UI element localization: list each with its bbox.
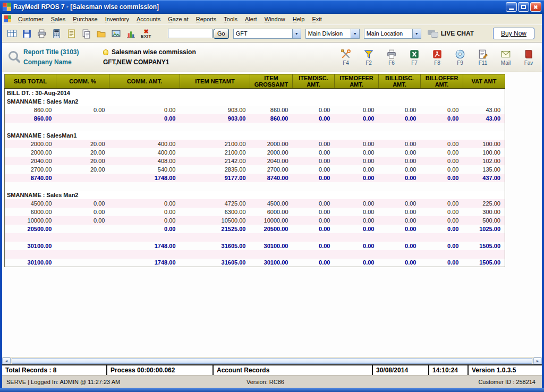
print-button[interactable]: F6 — [384, 49, 400, 66]
scroll-right-button[interactable]: ► — [533, 357, 542, 364]
title-bar[interactable]: RayMedi RPOS 7 - [Salesman wise commissi… — [0, 0, 544, 14]
tools-icon — [341, 49, 351, 59]
menu-item-gaze-at[interactable]: Gaze at — [164, 15, 192, 23]
cell: 0.00 — [379, 165, 421, 174]
copy-icon[interactable] — [80, 27, 92, 40]
excel-button[interactable]: F7 — [406, 49, 422, 66]
chat-bubble-icon — [428, 30, 438, 38]
menu-item-inventory[interactable]: Inventory — [101, 15, 133, 23]
cell: 0.00 — [109, 208, 180, 216]
column-header: ITEMOFFER AMT. — [335, 74, 379, 89]
print-icon — [386, 49, 397, 59]
dropdown-value: Main Division — [306, 30, 351, 37]
cell: 20500.00 — [5, 225, 56, 233]
cell: 540.00 — [109, 165, 180, 174]
cell: 0.00 — [379, 157, 421, 165]
table-row[interactable]: 2000.0020.00400.002100.002000.000.000.00… — [5, 148, 505, 157]
notes-icon[interactable] — [65, 27, 78, 40]
cell: 0.00 — [335, 165, 379, 174]
app-icon — [3, 3, 11, 11]
tools-button[interactable]: F4 — [338, 49, 354, 66]
image-icon[interactable] — [109, 27, 122, 40]
restore-button[interactable] — [518, 2, 529, 12]
cell: 400.00 — [109, 140, 180, 148]
menu-item-window[interactable]: Window — [261, 15, 289, 23]
calculator-icon[interactable] — [50, 27, 63, 40]
live-chat-button[interactable]: LIVE CHAT — [428, 30, 474, 38]
menu-item-tools[interactable]: Tools — [220, 15, 241, 23]
table-row[interactable]: 6000.000.000.006300.006000.000.000.000.0… — [5, 208, 505, 216]
save-icon[interactable] — [20, 27, 33, 40]
cell: 0.00 — [293, 157, 335, 165]
company-name-label: Company Name — [23, 58, 103, 66]
cell: 2700.00 — [5, 165, 56, 174]
cell: 0.00 — [293, 208, 335, 216]
division-dropdown[interactable]: Main Division▼ — [305, 29, 360, 39]
buy-now-button[interactable]: Buy Now — [493, 28, 534, 39]
spacer-row — [5, 123, 505, 131]
tool-fkey-label: F11 — [479, 60, 488, 66]
cell: 0.00 — [293, 165, 335, 174]
cell: 10500.00 — [180, 216, 250, 225]
column-header: COMM. AMT. — [109, 74, 180, 89]
exit-button[interactable]: ✖ EXIT — [138, 26, 154, 41]
table-row[interactable]: 4500.000.000.004725.004500.000.000.000.0… — [5, 199, 505, 208]
bulb-icon — [103, 49, 108, 55]
table-row[interactable]: 2040.0020.00408.002142.002040.000.000.00… — [5, 157, 505, 165]
cell: 0.00 — [56, 106, 109, 114]
menu-item-reports[interactable]: Reports — [192, 15, 220, 23]
cell: 0.00 — [379, 242, 421, 250]
company-dropdown[interactable]: GFT▼ — [233, 29, 301, 39]
folder-icon[interactable] — [95, 27, 107, 40]
fav-button[interactable]: Fav — [521, 49, 537, 66]
menu-item-help[interactable]: Help — [289, 15, 309, 23]
dropdown-value: Main Location — [364, 30, 412, 37]
search-input[interactable] — [168, 29, 212, 38]
table-row[interactable]: 10000.000.000.0010500.0010000.000.000.00… — [5, 216, 505, 225]
cell: 0.00 — [421, 106, 463, 114]
filter-button[interactable]: F2 — [361, 49, 377, 66]
total-records: Total Records : 8 — [2, 365, 107, 375]
table-row[interactable]: 2000.0020.00400.002100.002000.000.000.00… — [5, 140, 505, 148]
cell: 0.00 — [109, 199, 180, 208]
menu-item-purchase[interactable]: Purchase — [69, 15, 101, 23]
cell: 1748.00 — [109, 259, 180, 267]
menu-item-exit[interactable]: Exit — [308, 15, 325, 23]
cell: 0.00 — [335, 140, 379, 148]
spacer-cell — [5, 182, 505, 191]
table-row[interactable]: 2700.0020.00540.002835.002700.000.000.00… — [5, 165, 505, 174]
cell: 2100.00 — [180, 140, 250, 148]
menu-item-sales[interactable]: Sales — [47, 15, 70, 23]
cell: 0.00 — [293, 199, 335, 208]
menu-item-alert[interactable]: Alert — [241, 15, 261, 23]
scrollbar-thumb[interactable] — [12, 358, 532, 364]
release-version: Version: RC86 — [246, 379, 284, 385]
close-button[interactable]: ✖ — [530, 2, 541, 12]
go-button[interactable]: Go — [214, 29, 229, 39]
scroll-left-button[interactable]: ◄ — [2, 357, 11, 364]
minimize-button[interactable] — [506, 2, 517, 12]
preview-button[interactable]: F11 — [475, 49, 491, 66]
menu-item-customer[interactable]: Customer — [14, 15, 47, 23]
chart-icon[interactable] — [124, 27, 137, 40]
tool-fkey-label: Fav — [524, 60, 533, 66]
cell: 1025.00 — [463, 225, 505, 233]
menu-item-accounts[interactable]: Accounts — [133, 15, 164, 23]
mail-button[interactable]: Mail — [498, 49, 514, 66]
disc-button[interactable]: F9 — [452, 49, 468, 66]
pdf-button[interactable]: F8 — [429, 49, 445, 66]
window-frame: CustomerSalesPurchaseInventoryAccountsGa… — [0, 14, 544, 388]
cell: 100.00 — [463, 148, 505, 157]
spacer-cell — [5, 233, 505, 242]
location-dropdown[interactable]: Main Location▼ — [364, 29, 421, 39]
tool-fkey-label: F6 — [388, 60, 395, 66]
process-time: Process 00:00:00.062 — [107, 365, 214, 375]
table-icon[interactable] — [5, 27, 18, 40]
cell: 0.00 — [109, 216, 180, 225]
cell: 30100.00 — [250, 259, 293, 267]
print-icon[interactable] — [35, 27, 48, 40]
cell: 10000.00 — [250, 216, 293, 225]
toolbar-dropdowns: GFT▼Main Division▼Main Location▼ — [229, 29, 421, 39]
table-row[interactable]: 860.000.000.00903.00860.000.000.000.000.… — [5, 106, 505, 114]
subtotal-row: 30100.001748.0031605.0030100.000.000.000… — [5, 242, 505, 250]
